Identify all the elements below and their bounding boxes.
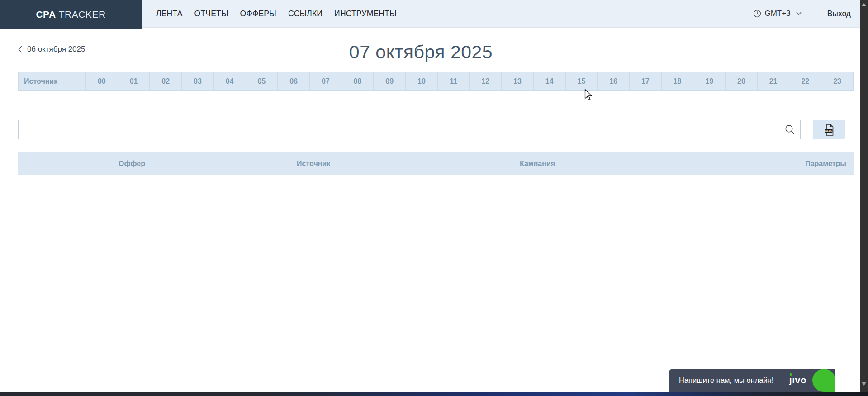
scroll-up-arrow-icon[interactable]	[862, 3, 866, 6]
hour-column-header-19: 19	[693, 72, 725, 90]
hour-column-header-10: 10	[405, 72, 437, 90]
jivo-logo: ȷivo	[789, 375, 806, 386]
results-column-header-3: Кампания	[512, 152, 788, 175]
hour-column-header-9: 09	[373, 72, 405, 90]
hour-column-header-16: 16	[597, 72, 629, 90]
chevron-left-icon	[18, 46, 22, 53]
results-column-header-0	[18, 152, 111, 175]
hours-header-row: Источник 0001020304050607080910111213141…	[18, 72, 854, 91]
hour-column-header-6: 06	[277, 72, 309, 90]
nav-item-1[interactable]: ОТЧЕТЫ	[189, 9, 234, 18]
brand-bold: CPA	[36, 9, 56, 20]
hour-column-header-5: 05	[246, 72, 278, 90]
hour-column-header-7: 07	[309, 72, 342, 90]
hour-column-header-1: 01	[118, 72, 150, 90]
previous-date-link[interactable]: 06 октября 2025	[18, 45, 85, 54]
search-field-wrap	[18, 120, 801, 139]
bottom-edge-strip	[0, 392, 868, 396]
logout-link[interactable]: Выход	[827, 9, 851, 19]
results-column-header-2: Источник	[289, 152, 512, 175]
toolbar: XLSX	[18, 120, 854, 139]
previous-date-label: 06 октября 2025	[27, 45, 85, 54]
app-header: CPA TRACKER ЛЕНТАОТЧЕТЫОФФЕРЫССЫЛКИИНСТР…	[0, 0, 868, 28]
app-logo[interactable]: CPA TRACKER	[0, 0, 142, 29]
hour-column-header-15: 15	[565, 72, 598, 90]
hour-column-header-17: 17	[629, 72, 661, 90]
clock-icon	[753, 10, 761, 18]
hour-column-header-13: 13	[501, 72, 533, 90]
mouse-cursor	[584, 89, 593, 101]
hour-column-header-20: 20	[725, 72, 757, 90]
hour-column-header-11: 11	[437, 72, 470, 90]
jivo-leaf-icon	[812, 369, 835, 392]
chat-message: Напишите нам, мы онлайн!	[669, 376, 773, 385]
nav-item-0[interactable]: ЛЕНТА	[150, 9, 189, 18]
results-column-header-1: Оффер	[111, 152, 289, 175]
chevron-down-icon	[796, 12, 802, 15]
hour-column-header-12: 12	[469, 72, 501, 90]
main-nav: ЛЕНТАОТЧЕТЫОФФЕРЫССЫЛКИИНСТРУМЕНТЫ GMT+3…	[142, 0, 868, 28]
jivo-logo-rest: ivo	[792, 375, 806, 385]
nav-item-3[interactable]: ССЫЛКИ	[282, 9, 328, 18]
export-xlsx-button[interactable]: XLSX	[813, 120, 845, 139]
hour-column-header-3: 03	[181, 72, 213, 90]
hour-column-header-8: 08	[342, 72, 374, 90]
hour-column-header-14: 14	[533, 72, 565, 90]
nav-item-2[interactable]: ОФФЕРЫ	[234, 9, 282, 18]
scroll-down-arrow-icon[interactable]	[862, 382, 866, 386]
date-navigation: 06 октября 2025 07 октября 2025	[0, 40, 868, 67]
source-column-header: Источник	[19, 72, 85, 90]
results-column-header-4: Параметры	[788, 152, 854, 175]
xlsx-file-icon: XLSX	[823, 124, 835, 136]
hour-column-header-22: 22	[789, 72, 821, 90]
timezone-label: GMT+3	[764, 9, 790, 18]
vertical-scrollbar[interactable]	[860, 0, 868, 392]
hour-column-header-18: 18	[661, 72, 693, 90]
nav-right: GMT+3 Выход	[753, 9, 851, 19]
nav-item-4[interactable]: ИНСТРУМЕНТЫ	[328, 9, 403, 18]
hour-column-header-2: 02	[149, 72, 181, 90]
hour-column-header-0: 00	[85, 72, 118, 90]
xlsx-badge-label: XLSX	[825, 129, 832, 132]
hour-column-header-4: 04	[213, 72, 246, 90]
hour-column-header-23: 23	[821, 72, 853, 90]
search-input[interactable]	[18, 120, 801, 139]
hour-column-header-21: 21	[757, 72, 789, 90]
results-table-header: ОфферИсточникКампанияПараметры	[18, 152, 854, 175]
brand-light: TRACKER	[59, 9, 106, 20]
timezone-dropdown[interactable]: GMT+3	[753, 9, 801, 18]
chat-widget[interactable]: Напишите нам, мы онлайн! ȷivo	[669, 369, 835, 392]
page-title: 07 октября 2025	[0, 40, 842, 64]
